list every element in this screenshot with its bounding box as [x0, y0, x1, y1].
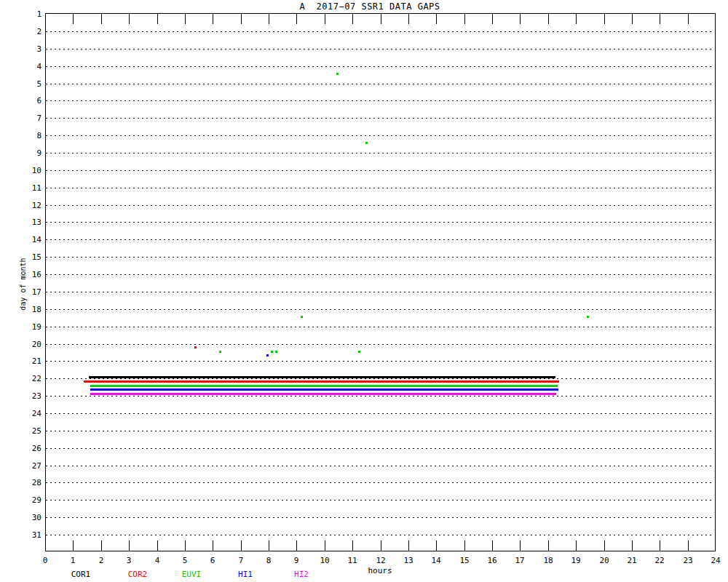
day-gridline — [46, 118, 714, 119]
x-tick-label: 22 — [645, 557, 674, 565]
day-gridline — [46, 274, 714, 275]
x-tick-label: 20 — [590, 557, 619, 565]
day-gridline — [46, 100, 714, 101]
day-gridline — [46, 188, 714, 188]
legend-item-hi1: HI1 — [223, 570, 267, 579]
hour-tick-top — [604, 14, 605, 24]
x-tick-label: 24 — [701, 557, 728, 565]
x-tick-label: 13 — [394, 557, 423, 565]
day-gridline — [46, 84, 714, 84]
gap-bar-euvi-day20 — [358, 351, 360, 353]
hour-tick-bottom — [576, 541, 577, 551]
y-axis-title: day of month — [19, 230, 27, 339]
hour-tick-bottom — [436, 541, 437, 551]
y-tick-label: 27 — [20, 462, 41, 470]
day-gridline — [46, 49, 714, 49]
x-tick-label: 4 — [143, 557, 172, 565]
y-tick-label: 6 — [20, 97, 41, 105]
gap-bar-hi2-day22 — [90, 393, 556, 395]
day-gridline — [46, 344, 714, 345]
hour-tick-top — [101, 14, 102, 24]
hour-tick-bottom — [408, 541, 409, 551]
y-tick-label: 18 — [20, 306, 41, 314]
hour-tick-top — [352, 14, 353, 24]
day-gridline — [46, 535, 714, 535]
hour-tick-bottom — [632, 541, 633, 551]
x-tick-label: 7 — [226, 557, 256, 565]
gap-bar-euvi-day8 — [365, 142, 368, 144]
hour-tick-top — [213, 14, 213, 24]
gap-bar-euvi-day22 — [90, 385, 558, 387]
day-gridline — [46, 327, 714, 327]
hour-tick-top — [548, 14, 549, 24]
hour-tick-bottom — [185, 541, 186, 551]
hour-tick-top — [688, 14, 689, 24]
x-tick-label: 5 — [170, 557, 199, 565]
gap-bar-euvi-day4 — [336, 73, 339, 75]
y-tick-label: 13 — [20, 218, 41, 226]
y-tick-label: 10 — [20, 167, 41, 175]
hour-tick-bottom — [101, 541, 102, 551]
hour-tick-bottom — [492, 541, 493, 551]
y-tick-label: 3 — [20, 45, 41, 53]
day-gridline — [46, 378, 714, 379]
y-tick-label: 31 — [20, 531, 41, 539]
hour-tick-top — [157, 14, 158, 24]
hour-tick-bottom — [381, 541, 381, 551]
y-tick-label: 30 — [20, 514, 41, 522]
x-tick-label: 10 — [310, 557, 339, 565]
x-tick-label: 15 — [450, 557, 479, 565]
day-gridline — [46, 517, 714, 518]
day-gridline — [46, 170, 714, 171]
day-gridline — [46, 309, 714, 310]
y-tick-label: 1 — [20, 10, 41, 18]
day-gridline — [46, 448, 714, 449]
gap-bar-cor2-day22 — [84, 380, 559, 383]
x-tick-label: 0 — [31, 557, 60, 565]
hour-tick-bottom — [241, 541, 242, 551]
hour-tick-bottom — [464, 541, 465, 551]
hour-tick-bottom — [604, 541, 605, 551]
x-tick-label: 14 — [422, 557, 451, 565]
hour-tick-top — [520, 14, 521, 24]
y-tick-label: 25 — [20, 427, 41, 435]
gap-bar-hi1-day20 — [266, 354, 269, 356]
day-gridline — [46, 205, 714, 206]
day-gridline — [46, 500, 714, 501]
hour-tick-top — [464, 14, 465, 24]
y-tick-label: 7 — [20, 114, 41, 122]
y-tick-label: 11 — [20, 184, 41, 192]
day-gridline — [46, 222, 714, 223]
hour-tick-top — [241, 14, 242, 24]
hour-tick-bottom — [73, 541, 74, 551]
x-tick-label: 9 — [282, 557, 311, 565]
hour-tick-top — [492, 14, 493, 24]
hour-tick-top — [73, 14, 74, 24]
x-tick-label: 6 — [198, 557, 227, 565]
chart-title: A 2017−07 SSR1 DATA GAPS — [188, 1, 552, 12]
y-tick-label: 17 — [20, 288, 41, 296]
gap-bar-euvi-day20 — [275, 351, 277, 353]
day-gridline — [46, 361, 714, 362]
gap-bar-euvi-day18 — [587, 316, 589, 318]
y-tick-label: 9 — [20, 149, 41, 157]
x-tick-label: 11 — [338, 557, 367, 565]
y-tick-label: 20 — [20, 340, 41, 348]
y-tick-label: 2 — [20, 28, 41, 36]
hour-tick-top — [632, 14, 633, 24]
hour-tick-bottom — [660, 541, 660, 551]
hour-tick-top — [269, 14, 269, 24]
gap-bar-cor1-day22 — [89, 376, 555, 378]
day-gridline — [46, 66, 714, 67]
y-tick-label: 23 — [20, 392, 41, 400]
day-gridline — [46, 257, 714, 258]
gap-bar-hi1-day22 — [90, 388, 558, 391]
day-gridline — [46, 466, 714, 466]
x-tick-label: 1 — [58, 557, 87, 565]
day-gridline — [46, 413, 714, 414]
hour-tick-top — [660, 14, 660, 24]
legend-item-cor1: COR1 — [59, 570, 103, 579]
hour-tick-top — [129, 14, 130, 24]
day-gridline — [46, 482, 714, 483]
y-tick-label: 28 — [20, 479, 41, 487]
